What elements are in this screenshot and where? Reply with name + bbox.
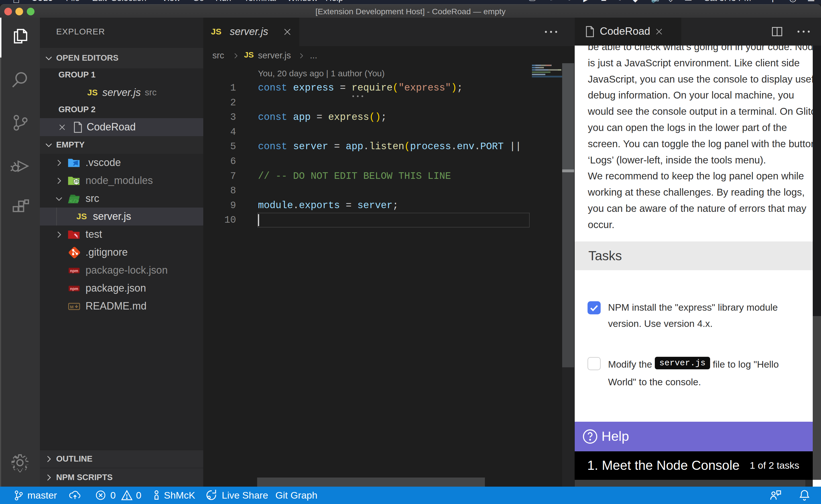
svg-text:npm: npm: [70, 269, 78, 273]
svg-text:</>: </>: [70, 198, 79, 204]
svg-text:JS: JS: [74, 179, 79, 183]
svg-text:npm: npm: [70, 287, 78, 291]
svg-text:M: M: [70, 304, 73, 309]
